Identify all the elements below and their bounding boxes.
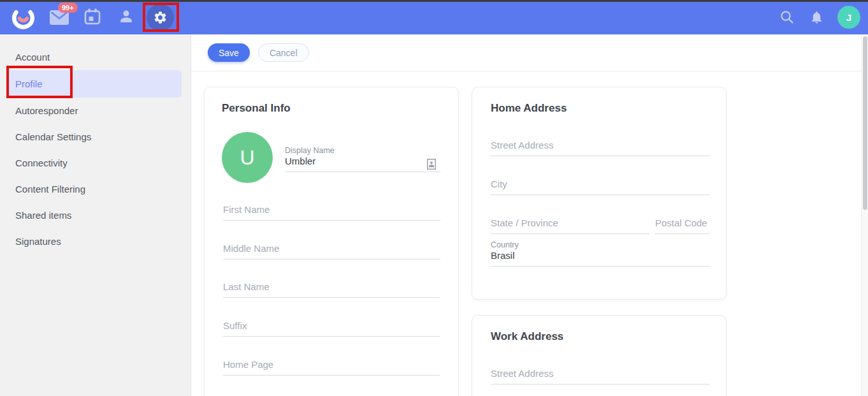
calendar-icon[interactable] (84, 8, 101, 26)
home-state-input[interactable] (491, 216, 649, 234)
contact-card-icon[interactable] (427, 159, 436, 170)
home-postal-input[interactable] (655, 216, 710, 234)
umbler-logo-icon[interactable] (11, 6, 35, 29)
work-address-card: Work Address (472, 315, 727, 396)
bell-icon[interactable] (809, 10, 824, 25)
annotation-box-gear (143, 3, 179, 32)
work-address-title: Work Address (491, 330, 563, 343)
home-page-input[interactable] (223, 358, 440, 376)
window-top-edge (0, 0, 868, 2)
home-street-input[interactable] (491, 138, 710, 156)
user-avatar[interactable]: J (837, 6, 860, 29)
sidebar-item-shared-items[interactable]: Shared items (0, 202, 191, 228)
profile-avatar[interactable]: U (222, 132, 273, 183)
personal-info-card: Personal Info U Display Name (204, 87, 459, 396)
search-icon[interactable] (780, 10, 794, 24)
home-address-card: Home Address Country (472, 87, 727, 300)
main-content: Save Cancel Personal Info U Display Name… (191, 34, 861, 396)
page-scrollbar[interactable] (861, 34, 868, 396)
top-navigation-bar: 99+ J (0, 0, 868, 34)
scrollbar-thumb[interactable] (863, 36, 867, 210)
sidebar-item-connectivity[interactable]: Connectivity (0, 150, 191, 176)
sidebar-item-content-filtering[interactable]: Content Filtering (0, 176, 191, 202)
home-address-title: Home Address (491, 102, 567, 115)
mail-unread-badge: 99+ (58, 3, 78, 13)
sidebar-item-signatures[interactable]: Signatures (0, 228, 191, 254)
save-button[interactable]: Save (208, 43, 250, 62)
display-name-input[interactable] (285, 154, 440, 172)
sidebar-item-autoresponder[interactable]: Autoresponder (0, 98, 191, 124)
person-icon[interactable] (118, 8, 134, 26)
middle-name-input[interactable] (223, 242, 440, 260)
cancel-button[interactable]: Cancel (258, 43, 309, 62)
home-city-input[interactable] (491, 177, 710, 195)
country-input[interactable] (491, 249, 710, 267)
work-street-input[interactable] (491, 367, 710, 385)
form-action-toolbar: Save Cancel (191, 34, 861, 71)
suffix-input[interactable] (223, 319, 440, 337)
annotation-box-profile (6, 66, 73, 98)
settings-profile-page: 99+ J Account Profile Aut (0, 0, 868, 396)
country-label: Country (491, 240, 519, 249)
sidebar-item-calendar-settings[interactable]: Calendar Settings (0, 124, 191, 150)
last-name-input[interactable] (223, 280, 440, 298)
display-name-label: Display Name (285, 146, 335, 155)
first-name-input[interactable] (223, 203, 440, 221)
personal-info-title: Personal Info (222, 102, 291, 115)
